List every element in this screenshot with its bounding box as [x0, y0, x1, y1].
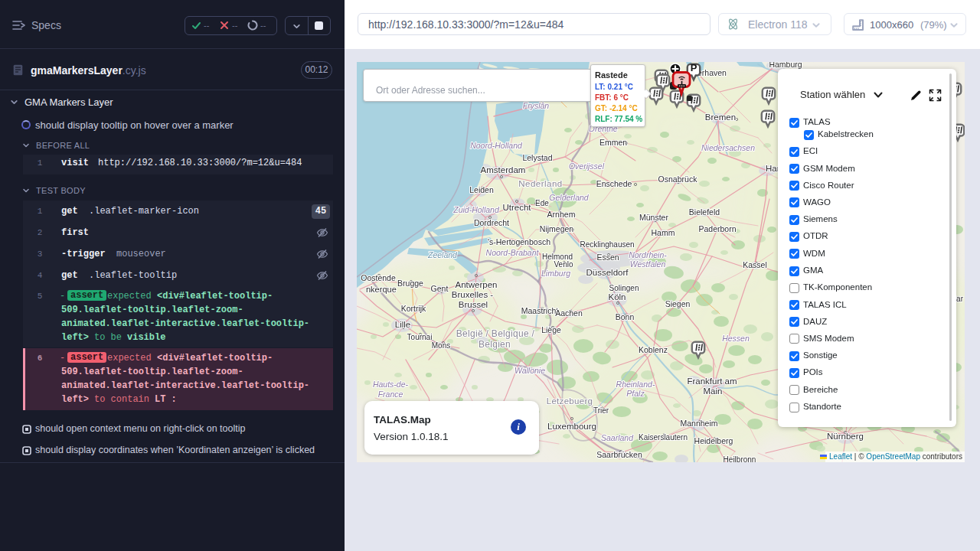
svg-text:Kaiserslautern: Kaiserslautern — [639, 433, 688, 442]
svg-text:'s-Hertogenbosch: 's-Hertogenbosch — [488, 237, 550, 246]
svg-text:Nordrhein-: Nordrhein- — [629, 250, 667, 259]
svg-text:Düsseldorf: Düsseldorf — [586, 268, 629, 277]
svg-text:France: France — [378, 390, 403, 399]
svg-text:Gent: Gent — [431, 284, 449, 293]
svg-text:Osnabrück: Osnabrück — [658, 174, 698, 184]
svg-text:Hamm: Hamm — [652, 228, 675, 237]
svg-text:Brussel: Brussel — [459, 300, 488, 309]
svg-text:Nederland: Nederland — [518, 179, 563, 188]
svg-text:Bonn: Bonn — [616, 312, 635, 321]
svg-text:Aachen: Aachen — [555, 308, 583, 318]
svg-text:Lille: Lille — [395, 320, 410, 329]
svg-text:Solingen: Solingen — [609, 284, 639, 292]
svg-text:Tournai: Tournai — [407, 333, 433, 341]
svg-text:Saarland: Saarland — [601, 433, 634, 442]
svg-text:Bruxelles -: Bruxelles - — [452, 290, 493, 299]
svg-text:Mons: Mons — [432, 341, 450, 350]
svg-text:P: P — [691, 62, 697, 73]
svg-text:Gelderland: Gelderland — [549, 193, 590, 202]
svg-text:Heidelberg: Heidelberg — [694, 436, 733, 445]
svg-text:Enschede: Enschede — [596, 179, 632, 188]
svg-text:Oostende: Oostende — [361, 273, 396, 282]
svg-text:Paderborn: Paderborn — [698, 224, 736, 233]
svg-text:Wallonie: Wallonie — [514, 366, 545, 375]
svg-text:Nürnberg: Nürnberg — [827, 432, 864, 441]
svg-text:Heilbronn: Heilbronn — [724, 455, 756, 462]
svg-text:Frankfurt am: Frankfurt am — [687, 377, 737, 386]
svg-text:Belgien: Belgien — [479, 339, 511, 350]
svg-text:Antwerpen: Antwerpen — [456, 280, 498, 289]
svg-text:Mannheim: Mannheim — [680, 419, 717, 428]
svg-text:Overijssel: Overijssel — [569, 161, 605, 171]
svg-text:Luxembourg: Luxembourg — [547, 422, 596, 431]
svg-text:Siegen: Siegen — [665, 299, 691, 308]
svg-text:Main: Main — [704, 386, 723, 396]
svg-text:Venlo: Venlo — [554, 260, 573, 269]
svg-text:Emmen: Emmen — [599, 138, 627, 147]
svg-text:Noord-Brabant: Noord-Brabant — [486, 248, 540, 257]
svg-text:Zuid-Holland: Zuid-Holland — [452, 205, 500, 214]
svg-text:Essen: Essen — [596, 253, 619, 262]
svg-text:Amsterdam: Amsterdam — [481, 165, 526, 174]
svg-text:Dordrecht: Dordrecht — [474, 218, 509, 227]
svg-text:België / Belgique /: België / Belgique / — [456, 328, 535, 339]
svg-text:Arnhem: Arnhem — [547, 210, 576, 219]
svg-text:Saarbrücken: Saarbrücken — [596, 450, 642, 459]
svg-text:Rheinland-: Rheinland- — [616, 380, 655, 389]
svg-text:Kassel: Kassel — [743, 260, 767, 269]
svg-text:Trier: Trier — [593, 406, 609, 415]
svg-text:Bielefeld: Bielefeld — [689, 207, 720, 217]
svg-text:Hauts-de-: Hauts-de- — [373, 380, 409, 389]
svg-text:Köln: Köln — [608, 292, 626, 302]
svg-text:Pfalz: Pfalz — [626, 389, 645, 398]
svg-text:Limburg: Limburg — [541, 269, 570, 278]
svg-text:Münster: Münster — [639, 213, 668, 222]
svg-text:Fryslân: Fryslân — [523, 101, 550, 110]
svg-text:Bremen: Bremen — [705, 112, 736, 122]
svg-text:Liège: Liège — [541, 325, 561, 334]
svg-text:Hamburg: Hamburg — [769, 62, 802, 69]
svg-text:Koblenz: Koblenz — [639, 345, 668, 354]
svg-text:Noord-Holland: Noord-Holland — [470, 141, 523, 150]
svg-text:Westfalen: Westfalen — [630, 259, 666, 269]
svg-text:Lelystad: Lelystad — [522, 153, 552, 162]
svg-text:Niedersachsen: Niedersachsen — [701, 143, 755, 152]
svg-text:Ede: Ede — [535, 199, 549, 207]
svg-text:Leiden: Leiden — [469, 185, 494, 194]
svg-text:Nijmegen: Nijmegen — [540, 224, 574, 233]
svg-text:Utrecht: Utrecht — [502, 203, 531, 212]
svg-text:Hessen: Hessen — [722, 334, 750, 343]
svg-text:Maastricht: Maastricht — [521, 306, 559, 315]
svg-text:Letzebuerg: Letzebuerg — [547, 396, 593, 406]
svg-text:Kortrijk: Kortrijk — [401, 304, 426, 313]
svg-text:Zeeland: Zeeland — [427, 250, 458, 259]
svg-text:nkerque: nkerque — [366, 285, 397, 294]
svg-text:Recklinghausen: Recklinghausen — [580, 240, 634, 249]
svg-text:erhaven: erhaven — [697, 68, 727, 77]
svg-text:Brugge: Brugge — [397, 279, 423, 288]
